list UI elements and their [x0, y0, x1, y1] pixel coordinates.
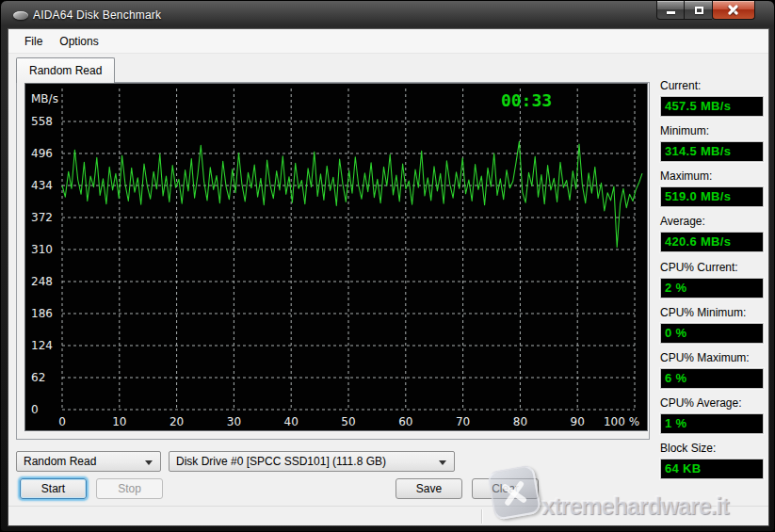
stat-value: 64 KB [660, 459, 764, 479]
svg-text:30: 30 [227, 415, 241, 428]
title-bar[interactable]: AIDA64 Disk Benchmark [1, 1, 774, 29]
stop-button[interactable]: Stop [96, 478, 163, 499]
status-bar [8, 506, 768, 525]
save-button[interactable]: Save [396, 478, 462, 499]
stat-group: CPU% Minimum:0 % [660, 306, 764, 344]
stat-label: CPU% Average: [660, 396, 764, 411]
svg-text:40: 40 [284, 415, 299, 428]
benchmark-chart: MB/s558496434372310248186124620010203040… [24, 83, 648, 431]
clear-button[interactable]: Clear [472, 478, 539, 499]
stat-group: CPU% Maximum:6 % [660, 351, 764, 389]
stat-value: 2 % [660, 278, 764, 298]
test-type-value: Random Read [24, 455, 96, 468]
stat-label: Block Size: [660, 442, 764, 457]
window-title: AIDA64 Disk Benchmark [33, 8, 161, 22]
menu-options[interactable]: Options [51, 31, 106, 52]
svg-text:80: 80 [513, 415, 527, 428]
stat-label: CPU% Minimum: [660, 306, 764, 321]
stat-group: Average:420.6 MB/s [660, 215, 764, 252]
stat-label: Average: [660, 215, 764, 230]
svg-text:62: 62 [31, 371, 45, 384]
start-button[interactable]: Start [20, 478, 87, 499]
svg-text:50: 50 [341, 415, 355, 428]
menu-file[interactable]: File [16, 31, 51, 52]
svg-text:100 %: 100 % [604, 415, 639, 428]
svg-text:70: 70 [456, 415, 470, 428]
chevron-down-icon [439, 460, 446, 465]
test-type-select[interactable]: Random Read [16, 451, 161, 472]
svg-text:60: 60 [398, 415, 412, 428]
stat-value: 457.5 MB/s [660, 96, 764, 117]
stat-label: CPU% Maximum: [660, 351, 764, 366]
minimize-button[interactable] [656, 1, 685, 20]
svg-text:248: 248 [31, 275, 53, 288]
stat-value: 420.6 MB/s [660, 232, 764, 252]
stat-group: Minimum:314.5 MB/s [660, 124, 764, 162]
svg-text:372: 372 [31, 211, 53, 224]
client-area: File Options Random Read MB/s55849643437… [8, 29, 768, 525]
svg-text:0: 0 [31, 403, 39, 416]
disk-icon [13, 11, 28, 20]
stat-group: Maximum:519.0 MB/s [660, 169, 764, 207]
stat-label: Current: [660, 79, 764, 94]
close-button[interactable] [712, 1, 755, 20]
svg-text:558: 558 [31, 115, 53, 128]
tab-random-read[interactable]: Random Read [16, 57, 115, 83]
menu-bar: File Options [8, 29, 768, 54]
maximize-button[interactable] [685, 1, 712, 20]
svg-text:0: 0 [58, 415, 66, 428]
svg-text:00:33: 00:33 [501, 90, 552, 110]
stat-group: Block Size:64 KB [660, 442, 764, 479]
svg-text:496: 496 [31, 147, 53, 160]
app-window: AIDA64 Disk Benchmark File Options Rando… [0, 0, 775, 532]
chevron-down-icon [145, 460, 153, 465]
stat-value: 314.5 MB/s [660, 141, 764, 162]
svg-text:310: 310 [31, 243, 53, 256]
svg-text:MB/s: MB/s [31, 92, 58, 105]
stat-value: 6 % [660, 368, 764, 389]
stat-value: 0 % [660, 323, 764, 344]
svg-text:124: 124 [31, 339, 53, 352]
stat-label: Maximum: [660, 169, 764, 185]
stats-panel: Current:457.5 MB/sMinimum:314.5 MB/sMaxi… [660, 79, 764, 487]
stat-label: CPU% Current: [660, 261, 764, 276]
disk-drive-value: Disk Drive #0 [SPCC SSD101] (111.8 GB) [176, 455, 386, 468]
svg-text:20: 20 [170, 415, 184, 428]
svg-text:186: 186 [31, 307, 53, 320]
status-separator [481, 509, 482, 524]
maximize-icon [695, 7, 703, 14]
minimize-icon [667, 11, 675, 14]
stat-label: Minimum: [660, 124, 764, 139]
svg-text:90: 90 [571, 415, 585, 428]
stat-group: CPU% Current:2 % [660, 261, 764, 298]
svg-text:434: 434 [31, 179, 53, 192]
stat-value: 1 % [660, 413, 764, 434]
stat-value: 519.0 MB/s [660, 186, 764, 207]
stat-group: CPU% Average:1 % [660, 396, 764, 434]
close-icon [727, 4, 739, 16]
stat-group: Current:457.5 MB/s [660, 79, 764, 117]
svg-text:10: 10 [112, 415, 126, 428]
disk-drive-select[interactable]: Disk Drive #0 [SPCC SSD101] (111.8 GB) [169, 451, 455, 472]
